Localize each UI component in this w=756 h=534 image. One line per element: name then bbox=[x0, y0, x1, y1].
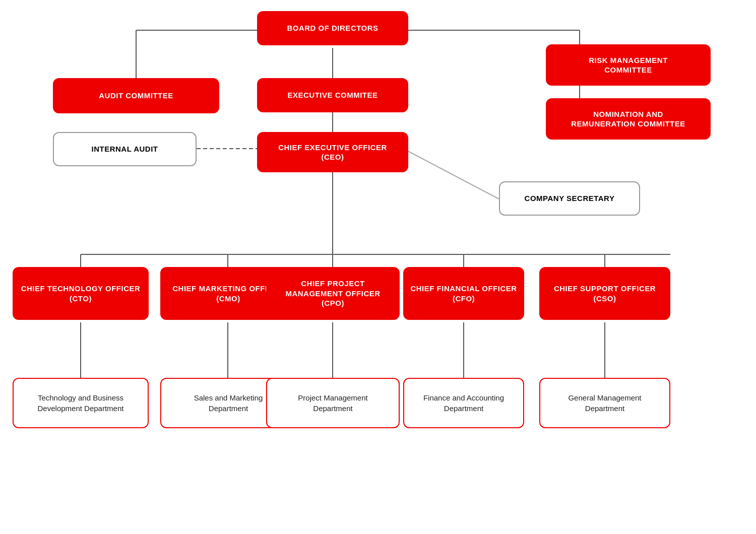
dept-finance-label: Finance and Accounting Department bbox=[423, 392, 504, 414]
dept-project-label: Project Management Department bbox=[298, 392, 367, 414]
ceo-box: CHIEF EXECUTIVE OFFICER (CEO) bbox=[257, 132, 408, 172]
cso-box: CHIEF SUPPORT OFFICER (CSO) bbox=[539, 267, 670, 320]
dept-general-label: General Management Department bbox=[568, 392, 641, 414]
dept-tech-label: Technology and Business Development Depa… bbox=[38, 392, 124, 414]
nomination-committee-box: NOMINATION AND REMUNERATION COMMITTEE bbox=[546, 98, 711, 140]
nomination-label: NOMINATION AND REMUNERATION COMMITTEE bbox=[571, 109, 685, 129]
audit-committee-label: AUDIT COMMITTEE bbox=[99, 91, 173, 101]
internal-audit-label: INTERNAL AUDIT bbox=[92, 144, 158, 154]
executive-label: EXECUTIVE COMMITEE bbox=[287, 90, 377, 100]
board-label: BOARD OF DIRECTORS bbox=[287, 23, 378, 33]
ceo-label: CHIEF EXECUTIVE OFFICER (CEO) bbox=[278, 143, 387, 162]
board-of-directors-box: BOARD OF DIRECTORS bbox=[257, 11, 408, 45]
cto-box: CHIEF TECHNOLOGY OFFICER (CTO) bbox=[13, 267, 149, 320]
dept-finance-box: Finance and Accounting Department bbox=[403, 378, 524, 428]
dept-tech-box: Technology and Business Development Depa… bbox=[13, 378, 149, 428]
internal-audit-box: INTERNAL AUDIT bbox=[53, 132, 197, 166]
cfo-box: CHIEF FINANCIAL OFFICER (CFO) bbox=[403, 267, 524, 320]
cso-label: CHIEF SUPPORT OFFICER (CSO) bbox=[554, 284, 656, 303]
company-secretary-box: COMPANY SECRETARY bbox=[499, 181, 640, 216]
audit-committee-box: AUDIT COMMITTEE bbox=[53, 78, 219, 113]
cpo-box: CHIEF PROJECT MANAGEMENT OFFICER (CPO) bbox=[266, 267, 400, 320]
svg-line-8 bbox=[403, 149, 499, 199]
company-secretary-label: COMPANY SECRETARY bbox=[525, 193, 615, 204]
risk-committee-box: RISK MANAGEMENT COMMITTEE bbox=[546, 44, 711, 86]
dept-project-box: Project Management Department bbox=[266, 378, 400, 428]
dept-sales-label: Sales and Marketing Department bbox=[194, 392, 263, 414]
dept-general-box: General Management Department bbox=[539, 378, 670, 428]
org-chart: BOARD OF DIRECTORS AUDIT COMMITTEE EXECU… bbox=[0, 0, 756, 534]
cfo-label: CHIEF FINANCIAL OFFICER (CFO) bbox=[410, 284, 517, 303]
executive-committee-box: EXECUTIVE COMMITEE bbox=[257, 78, 408, 112]
risk-label: RISK MANAGEMENT COMMITTEE bbox=[589, 55, 668, 75]
cpo-label: CHIEF PROJECT MANAGEMENT OFFICER (CPO) bbox=[285, 279, 380, 308]
cto-label: CHIEF TECHNOLOGY OFFICER (CTO) bbox=[21, 284, 141, 303]
